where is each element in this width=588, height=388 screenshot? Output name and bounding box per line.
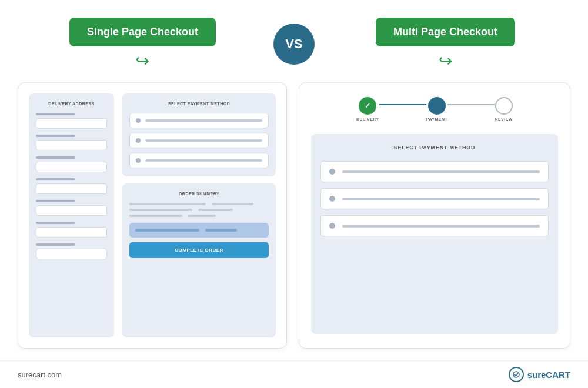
order-line-3b — [188, 215, 216, 217]
step-review-label: REVIEW — [495, 117, 513, 121]
content-section: DELIVERY ADDRESS — [0, 76, 588, 360]
order-row-3 — [129, 215, 269, 217]
spc-order-section: ORDER SUMMERY — [122, 183, 276, 337]
field-input-1[interactable] — [36, 118, 107, 129]
payment-radio-1 — [136, 118, 141, 123]
payment-option-1[interactable] — [129, 113, 269, 128]
header-right: Multi Page Checkout ↪ — [326, 18, 564, 71]
field-input-3[interactable] — [36, 162, 107, 172]
multi-page-card: ✓ DELIVERY PAYMENT REVIEW SELECT PAYMENT… — [299, 82, 570, 349]
field-input-5[interactable] — [36, 205, 107, 216]
field-label-6 — [36, 222, 75, 224]
mpc-payment-section: SELECT PAYMENT METHOD — [311, 134, 558, 334]
delivery-address-panel: DELIVERY ADDRESS — [29, 93, 114, 337]
highlight-line-2 — [205, 229, 237, 232]
main-container: Single Page Checkout ↩ VS Multi Page Che… — [0, 0, 588, 388]
step-delivery-circle: ✓ — [359, 97, 376, 115]
surecart-icon — [509, 367, 524, 382]
complete-order-button[interactable]: COMPLETE ORDER — [129, 242, 269, 258]
step-review: REVIEW — [495, 97, 513, 121]
payment-line-2 — [145, 139, 262, 142]
payment-option-2[interactable] — [129, 133, 269, 148]
field-label-3 — [36, 156, 75, 159]
mpc-payment-option-2[interactable] — [320, 188, 549, 209]
single-page-card: DELIVERY ADDRESS — [18, 82, 287, 349]
field-label-2 — [36, 135, 75, 137]
order-line-3a — [129, 215, 182, 217]
order-row-2 — [129, 209, 269, 211]
order-lines-group — [129, 203, 269, 217]
mpc-radio-2 — [329, 196, 335, 202]
step-delivery-label: DELIVERY — [356, 117, 379, 121]
field-label-1 — [36, 113, 75, 115]
arrow-left-icon: ↩ — [136, 51, 149, 71]
single-page-badge: Single Page Checkout — [69, 18, 216, 46]
arrow-right-icon: ↪ — [439, 51, 452, 71]
payment-line-1 — [145, 119, 262, 122]
delivery-title: DELIVERY ADDRESS — [36, 102, 107, 106]
stepper-line-2 — [447, 104, 495, 105]
mpc-radio-3 — [329, 223, 335, 229]
step-payment-label: PAYMENT — [426, 117, 448, 121]
mpc-payment-title: SELECT PAYMENT METHOD — [320, 145, 549, 150]
order-row-1 — [129, 203, 269, 205]
surecart-logo: sureCART — [509, 367, 570, 382]
top-section: Single Page Checkout ↩ VS Multi Page Che… — [0, 0, 588, 76]
spc-right-panel: SELECT PAYMENT METHOD — [122, 93, 276, 337]
step-payment: PAYMENT — [426, 97, 448, 121]
multi-page-badge: Multi Page Checkout — [376, 18, 515, 46]
payment-option-3[interactable] — [129, 153, 269, 168]
mpc-line-2 — [342, 198, 540, 200]
progress-stepper: ✓ DELIVERY PAYMENT REVIEW — [311, 97, 558, 121]
step-review-circle — [495, 97, 513, 115]
step-payment-circle — [428, 97, 446, 115]
footer: surecart.com sureCART — [0, 360, 588, 388]
payment-radio-2 — [136, 138, 141, 143]
spc-payment-section: SELECT PAYMENT METHOD — [122, 93, 276, 176]
surecart-brand-bold: CART — [546, 370, 570, 380]
surecart-brand: sure — [527, 370, 546, 380]
payment-line-3 — [145, 159, 262, 162]
order-line-1b — [212, 203, 253, 205]
field-label-5 — [36, 200, 75, 202]
surecart-text: sureCART — [527, 370, 570, 380]
checkmark-icon: ✓ — [365, 102, 370, 110]
header-left: Single Page Checkout ↩ — [24, 18, 262, 71]
footer-url: surecart.com — [18, 370, 62, 379]
field-label-7 — [36, 243, 75, 246]
field-input-7[interactable] — [36, 249, 107, 259]
mpc-radio-1 — [329, 169, 335, 175]
mpc-payment-option-1[interactable] — [320, 161, 549, 182]
mpc-payment-option-3[interactable] — [320, 215, 549, 236]
mpc-line-3 — [342, 225, 540, 228]
highlight-line-1 — [135, 229, 199, 232]
field-input-2[interactable] — [36, 140, 107, 150]
order-line-2b — [198, 209, 233, 211]
field-input-4[interactable] — [36, 183, 107, 194]
spc-payment-title: SELECT PAYMENT METHOD — [129, 102, 269, 106]
summary-highlight — [129, 223, 269, 238]
spc-order-title: ORDER SUMMERY — [129, 192, 269, 196]
order-line-1a — [129, 203, 206, 205]
vs-circle: VS — [273, 24, 315, 65]
stepper-line-1 — [379, 104, 426, 105]
mpc-line-1 — [342, 170, 540, 173]
step-delivery: ✓ DELIVERY — [356, 97, 379, 121]
field-input-6[interactable] — [36, 227, 107, 238]
payment-radio-3 — [136, 158, 141, 163]
field-label-4 — [36, 178, 75, 180]
order-line-2a — [129, 209, 192, 211]
